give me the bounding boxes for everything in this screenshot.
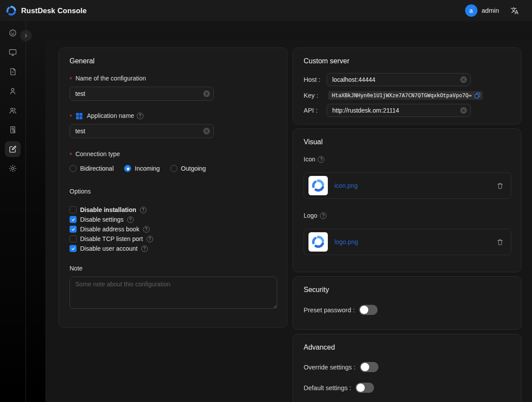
api-label: API :: [304, 107, 327, 114]
topbar: RustDesk Console a admin: [0, 0, 532, 21]
checkbox-checked[interactable]: [70, 216, 77, 223]
rustdesk-logo-icon: [5, 5, 17, 17]
smiley-icon: [8, 29, 17, 37]
custom-server-title: Custom server: [304, 57, 510, 65]
edit-icon: [8, 145, 17, 153]
clear-input-icon[interactable]: [203, 128, 210, 135]
user-menu[interactable]: a admin: [465, 4, 499, 17]
checkbox-disable-address-book: Disable address book ?: [70, 224, 276, 234]
security-card: Security Preset password :: [293, 276, 521, 330]
logo-label: Logo ?: [304, 212, 510, 219]
sidebar-item-devices[interactable]: [5, 44, 21, 60]
icon-label: Icon ?: [304, 156, 510, 163]
visual-title: Visual: [304, 138, 510, 146]
users-group-icon: [8, 106, 17, 115]
security-title: Security: [304, 285, 510, 294]
app-title: RustDesk Console: [21, 7, 87, 15]
logo-thumbnail: [308, 232, 328, 252]
config-name-input[interactable]: [70, 87, 214, 101]
config-name-label: * Name of the configuration: [70, 75, 276, 82]
icon-thumbnail: [308, 176, 328, 195]
radio-outgoing[interactable]: Outgoing: [170, 165, 206, 172]
help-icon[interactable]: ?: [141, 245, 148, 252]
windows-logo-icon: [76, 113, 83, 120]
main-content: General * Name of the configuration *: [45, 40, 532, 402]
api-row: API :: [304, 104, 510, 117]
sidebar-item-custom-clients[interactable]: [5, 141, 21, 157]
icon-upload-box: icon.png: [304, 172, 511, 199]
visual-card: Visual Icon ? icon.png: [293, 128, 521, 272]
document-icon: [8, 67, 17, 76]
api-input[interactable]: [327, 104, 471, 117]
help-icon[interactable]: ?: [137, 113, 143, 119]
override-settings-label: Override settings :: [304, 364, 356, 371]
required-marker: *: [70, 113, 72, 121]
preset-password-row: Preset password :: [304, 305, 510, 315]
help-icon[interactable]: ?: [318, 156, 324, 163]
audit-document-icon: [8, 125, 17, 134]
default-settings-toggle[interactable]: [356, 383, 374, 393]
radio-circle[interactable]: [70, 165, 77, 172]
language-translate-icon[interactable]: [510, 7, 519, 15]
app-name-input[interactable]: [70, 124, 214, 138]
radio-bidirectional[interactable]: Bidirectional: [70, 165, 114, 172]
preset-password-label: Preset password :: [304, 307, 355, 314]
trash-icon[interactable]: [496, 182, 504, 190]
sidebar-item-dashboard[interactable]: [5, 25, 21, 41]
radio-circle[interactable]: [170, 165, 177, 172]
help-icon[interactable]: ?: [320, 212, 327, 219]
key-label: Key :: [304, 92, 327, 99]
avatar[interactable]: a: [465, 4, 477, 17]
connection-type-radio-group: Bidirectional Incoming Outgoing: [70, 165, 276, 172]
override-settings-row: Override settings :: [304, 362, 510, 372]
copy-icon[interactable]: [474, 92, 481, 99]
checkbox-unchecked[interactable]: [70, 206, 77, 213]
checkbox-unchecked[interactable]: [70, 235, 77, 242]
general-title: General: [70, 57, 276, 65]
sidebar-item-audit[interactable]: [5, 122, 21, 138]
default-settings-label: Default settings :: [304, 384, 351, 391]
key-row: Key : HtaXBkJNHyn0e1U1jWXze7A7CN7QTGWqxk…: [304, 91, 510, 100]
sidebar: [0, 21, 26, 402]
sidebar-item-sessions[interactable]: [5, 64, 21, 80]
advanced-card: Advanced Override settings : Default set…: [293, 334, 521, 402]
required-marker: *: [70, 151, 72, 159]
host-label: Host :: [304, 76, 327, 83]
radio-circle-selected[interactable]: [124, 165, 131, 172]
settings-gear-icon: [8, 164, 17, 173]
preset-password-toggle[interactable]: [359, 305, 378, 315]
clear-input-icon[interactable]: [460, 107, 467, 114]
sidebar-item-settings[interactable]: [5, 161, 21, 176]
help-icon[interactable]: ?: [143, 226, 150, 233]
help-icon[interactable]: ?: [140, 207, 147, 213]
checkbox-disable-user-account: Disable user account ?: [70, 244, 276, 253]
checkbox-checked[interactable]: [70, 226, 77, 233]
user-name: admin: [482, 7, 499, 14]
icon-file-link[interactable]: icon.png: [334, 182, 358, 189]
sidebar-item-groups[interactable]: [5, 102, 21, 118]
sidebar-expand-button[interactable]: [20, 30, 32, 41]
checkbox-disable-installation: Disable installation ?: [70, 205, 276, 215]
logo-file-link[interactable]: logo.png: [334, 238, 358, 245]
logo-upload-box: logo.png: [304, 229, 511, 255]
advanced-title: Advanced: [304, 343, 510, 351]
override-settings-toggle[interactable]: [360, 362, 378, 372]
sidebar-item-users[interactable]: [5, 83, 21, 99]
clear-input-icon[interactable]: [203, 91, 210, 97]
monitor-icon: [8, 48, 17, 57]
trash-icon[interactable]: [496, 238, 504, 246]
note-textarea[interactable]: [70, 277, 277, 309]
brand: RustDesk Console: [5, 5, 87, 17]
clear-input-icon[interactable]: [460, 77, 467, 83]
connection-type-label: * Connection type: [70, 150, 276, 158]
help-icon[interactable]: ?: [127, 216, 134, 223]
custom-server-card: Custom server Host : Key : HtaXBkJNHyn0e…: [293, 48, 521, 124]
required-marker: *: [70, 76, 72, 83]
checkbox-disable-settings: Disable settings ?: [70, 215, 276, 224]
user-icon: [8, 87, 17, 95]
app-name-label: * Application name ?: [70, 112, 276, 120]
checkbox-checked[interactable]: [70, 245, 77, 252]
radio-incoming[interactable]: Incoming: [124, 165, 160, 172]
host-input[interactable]: [327, 73, 471, 86]
help-icon[interactable]: ?: [147, 236, 153, 242]
